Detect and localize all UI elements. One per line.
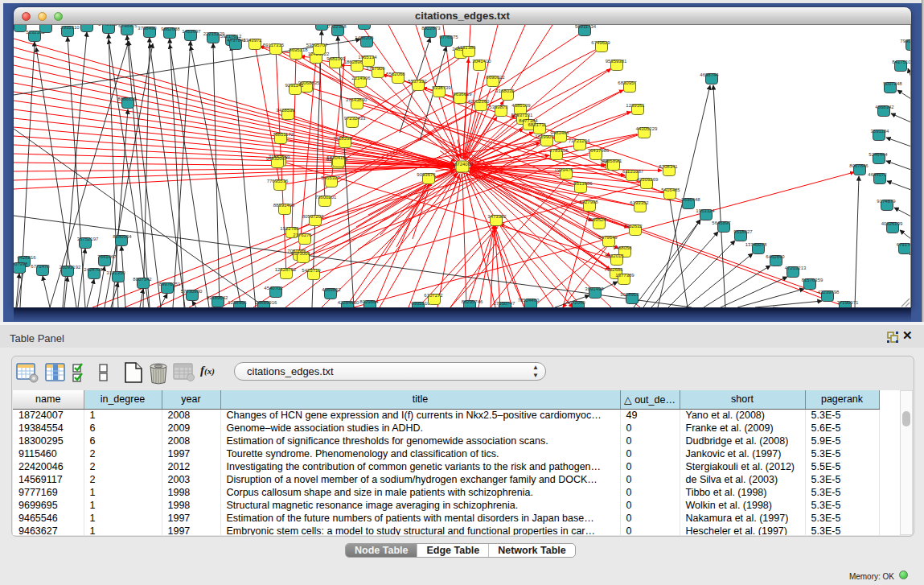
svg-text:5037248: 5037248 xyxy=(883,81,902,86)
svg-text:5820415: 5820415 xyxy=(326,155,346,160)
svg-text:77695536: 77695536 xyxy=(267,179,289,183)
svg-text:5455327: 5455327 xyxy=(321,175,340,180)
svg-text:1965134: 1965134 xyxy=(358,55,377,60)
svg-text:1238956: 1238956 xyxy=(228,300,247,305)
svg-text:27550747: 27550747 xyxy=(494,301,515,306)
svg-text:4731386: 4731386 xyxy=(457,45,476,50)
svg-text:8708341: 8708341 xyxy=(659,164,678,169)
svg-text:5513686: 5513686 xyxy=(573,181,593,186)
svg-text:2424708: 2424708 xyxy=(84,267,103,272)
svg-text:7990009: 7990009 xyxy=(900,39,911,43)
svg-text:1953324: 1953324 xyxy=(696,208,715,213)
svg-text:6776075: 6776075 xyxy=(439,35,458,39)
svg-text:95359381: 95359381 xyxy=(606,59,627,64)
svg-text:40026139: 40026139 xyxy=(881,221,903,226)
svg-text:7418299: 7418299 xyxy=(333,136,352,141)
svg-text:4385109: 4385109 xyxy=(511,103,531,108)
svg-text:73721294: 73721294 xyxy=(569,138,590,143)
svg-text:1453697: 1453697 xyxy=(182,29,201,34)
svg-text:8922873: 8922873 xyxy=(421,26,441,31)
svg-text:7702685: 7702685 xyxy=(604,267,623,272)
svg-text:6749629: 6749629 xyxy=(591,40,610,45)
svg-text:5393873: 5393873 xyxy=(489,105,508,109)
svg-text:9862688: 9862688 xyxy=(161,27,180,31)
svg-text:9636619: 9636619 xyxy=(453,92,472,97)
svg-text:3131350: 3131350 xyxy=(106,270,125,275)
svg-text:88391409: 88391409 xyxy=(273,203,295,208)
svg-text:5537332: 5537332 xyxy=(408,79,427,84)
svg-text:53895707: 53895707 xyxy=(306,43,328,47)
svg-text:9483466: 9483466 xyxy=(550,130,569,135)
svg-text:7402632: 7402632 xyxy=(623,224,643,229)
svg-text:13740078: 13740078 xyxy=(745,242,767,247)
svg-text:4568342: 4568342 xyxy=(875,105,894,109)
svg-text:91907998: 91907998 xyxy=(14,262,28,266)
svg-text:8886633: 8886633 xyxy=(117,97,137,101)
svg-text:18724007: 18724007 xyxy=(452,162,474,167)
svg-text:6821711: 6821711 xyxy=(528,122,548,127)
svg-text:89976351: 89976351 xyxy=(159,282,181,286)
svg-text:8067846: 8067846 xyxy=(849,163,869,168)
svg-text:97232433: 97232433 xyxy=(344,116,366,121)
svg-text:50937131: 50937131 xyxy=(511,113,533,117)
svg-text:78851172: 78851172 xyxy=(273,132,294,137)
svg-text:37190971: 37190971 xyxy=(837,300,859,305)
svg-text:42002360: 42002360 xyxy=(468,99,490,104)
svg-text:3168032: 3168032 xyxy=(495,89,515,93)
svg-text:88295746: 88295746 xyxy=(462,299,483,304)
svg-text:1522786: 1522786 xyxy=(280,226,299,231)
svg-text:6462890: 6462890 xyxy=(766,254,785,259)
svg-text:43239798: 43239798 xyxy=(818,290,840,295)
svg-text:9468058: 9468058 xyxy=(613,245,632,250)
svg-text:3428539: 3428539 xyxy=(276,108,295,113)
svg-text:44305229: 44305229 xyxy=(636,126,658,131)
svg-text:7641067: 7641067 xyxy=(97,254,117,259)
svg-text:3018913: 3018913 xyxy=(620,292,639,297)
svg-text:5432015: 5432015 xyxy=(605,253,624,258)
svg-text:5562068: 5562068 xyxy=(386,72,405,76)
svg-text:4698744: 4698744 xyxy=(700,72,719,77)
svg-text:5425710: 5425710 xyxy=(302,268,321,273)
svg-text:67917877: 67917877 xyxy=(897,242,911,247)
svg-text:2176276: 2176276 xyxy=(293,233,312,237)
svg-text:6748475: 6748475 xyxy=(118,25,138,28)
svg-text:83589642: 83589642 xyxy=(207,295,228,300)
svg-text:8695218: 8695218 xyxy=(289,47,308,52)
svg-text:59117315: 59117315 xyxy=(263,43,285,47)
svg-text:4428816: 4428816 xyxy=(17,255,36,260)
svg-text:6830957: 6830957 xyxy=(618,80,637,85)
svg-text:47203213: 47203213 xyxy=(785,266,807,270)
svg-text:9093676: 9093676 xyxy=(417,172,436,177)
svg-text:42284650: 42284650 xyxy=(338,300,359,305)
svg-text:5645897: 5645897 xyxy=(712,220,731,225)
svg-text:57030900: 57030900 xyxy=(181,289,203,294)
svg-text:61121087: 61121087 xyxy=(622,169,644,174)
svg-text:80597203: 80597203 xyxy=(302,214,324,219)
svg-text:4569852: 4569852 xyxy=(322,287,341,292)
svg-text:94932017: 94932017 xyxy=(266,156,288,161)
svg-text:6107272: 6107272 xyxy=(424,293,443,298)
svg-text:9174879: 9174879 xyxy=(877,199,896,204)
svg-text:4072040: 4072040 xyxy=(566,300,585,305)
svg-text:76437986: 76437986 xyxy=(588,148,610,153)
svg-text:4540702: 4540702 xyxy=(264,286,283,290)
svg-text:6343972: 6343972 xyxy=(243,38,262,43)
svg-text:3041410: 3041410 xyxy=(472,59,491,64)
svg-text:2440905: 2440905 xyxy=(98,25,117,27)
svg-text:37543830: 37543830 xyxy=(346,97,368,102)
svg-text:36752197: 36752197 xyxy=(77,237,99,241)
svg-text:5679649: 5679649 xyxy=(598,235,618,240)
svg-text:6193352: 6193352 xyxy=(630,200,649,205)
svg-text:1239161: 1239161 xyxy=(626,103,645,108)
svg-text:3591184: 3591184 xyxy=(871,129,890,134)
svg-text:7722368: 7722368 xyxy=(327,25,347,29)
svg-text:9291145: 9291145 xyxy=(285,83,305,88)
svg-text:9518027: 9518027 xyxy=(733,229,753,234)
svg-text:26093192: 26093192 xyxy=(60,265,81,270)
svg-text:5338739: 5338739 xyxy=(432,85,451,90)
svg-text:9696448: 9696448 xyxy=(681,197,700,202)
svg-text:1377389: 1377389 xyxy=(615,273,634,278)
svg-text:28689916: 28689916 xyxy=(256,300,277,305)
svg-text:6427998: 6427998 xyxy=(579,200,598,204)
svg-text:4684072: 4684072 xyxy=(868,172,887,177)
